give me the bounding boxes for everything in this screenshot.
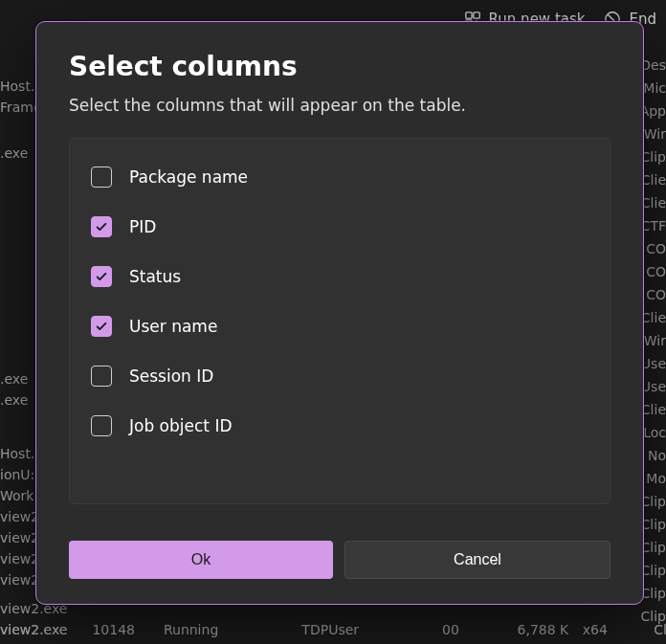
cell-session: 00 — [421, 622, 459, 637]
cell-arch: x64 — [573, 622, 621, 637]
column-option-label: Session ID — [129, 366, 213, 386]
column-options-list: Package namePIDStatusUser nameSession ID… — [69, 138, 610, 504]
bg-fragment: view2 — [0, 530, 39, 545]
bg-fragment: Loc — [643, 425, 666, 440]
bg-fragment: Clip — [641, 149, 666, 165]
bg-fragment: Clip — [641, 540, 666, 555]
bg-fragment: Use — [641, 356, 666, 371]
bg-fragment: Clie — [641, 310, 666, 325]
bg-fragment: .exe — [0, 392, 28, 408]
bg-fragment: Clip — [641, 586, 666, 601]
checkbox[interactable] — [91, 216, 112, 237]
checkbox[interactable] — [91, 316, 112, 337]
bg-fragment: CO — [646, 287, 666, 302]
bg-fragment: ionU: — [0, 467, 34, 482]
bg-fragment: view2 — [0, 509, 39, 524]
dialog-title: Select columns — [69, 51, 610, 82]
cell-pid: 10148 — [92, 622, 159, 637]
column-option-label: User name — [129, 317, 217, 336]
bg-fragment: Wir — [644, 126, 666, 142]
bg-fragment: Work — [0, 488, 33, 503]
cell-name: view2.exe — [0, 622, 88, 637]
svg-rect-0 — [465, 12, 471, 18]
bg-fragment: Wir — [644, 333, 666, 348]
bg-fragment: .exe — [0, 145, 28, 161]
bg-fragment: Clie — [641, 195, 666, 211]
bg-fragment: Use — [641, 379, 666, 394]
table-row[interactable]: view2.exe 10148 Running TDPUser 00 6,788… — [0, 622, 666, 637]
checkbox[interactable] — [91, 415, 112, 436]
bg-fragment: Mo — [646, 471, 666, 486]
dialog-description: Select the columns that will appear on t… — [69, 96, 610, 115]
column-option-label: Job object ID — [129, 416, 233, 435]
checkbox[interactable] — [91, 266, 112, 287]
bg-fragment: Mic — [643, 80, 666, 96]
column-option-label: Package name — [129, 167, 248, 187]
bg-fragment: Clip — [641, 563, 666, 578]
bg-fragment: .exe — [0, 371, 28, 387]
bg-fragment: Clie — [641, 172, 666, 188]
column-option[interactable]: Session ID — [70, 351, 610, 401]
column-option[interactable]: Status — [70, 252, 610, 301]
ok-button[interactable]: Ok — [69, 541, 333, 579]
column-option[interactable]: Job object ID — [70, 401, 610, 451]
bg-fragment: view2 — [0, 572, 39, 588]
cell-user: TDPUser — [301, 622, 416, 637]
dialog-actions: Ok Cancel — [69, 541, 610, 579]
cell-desc: Clip — [625, 622, 666, 637]
checkbox[interactable] — [91, 167, 112, 188]
select-columns-dialog: Select columns Select the columns that w… — [35, 21, 644, 605]
cell-memory: 6,788 K — [463, 622, 568, 637]
bg-fragment: No — [648, 448, 666, 463]
bg-fragment: Clip — [641, 517, 666, 532]
bg-fragment: Clie — [641, 402, 666, 417]
bg-fragment: CTF — [641, 218, 666, 233]
cell-status: Running — [164, 622, 298, 637]
bg-fragment: CO — [646, 241, 666, 256]
bg-fragment: Clip — [641, 494, 666, 509]
column-option[interactable]: User name — [70, 301, 610, 351]
checkbox[interactable] — [91, 366, 112, 387]
cancel-button[interactable]: Cancel — [344, 541, 610, 579]
column-option[interactable]: Package name — [70, 152, 610, 202]
column-option-label: Status — [129, 267, 181, 286]
column-option-label: PID — [129, 217, 156, 236]
bg-fragment: Des — [640, 57, 666, 73]
bg-fragment: view2 — [0, 551, 39, 566]
bg-fragment: CO — [646, 264, 666, 279]
svg-rect-1 — [473, 12, 478, 18]
column-option[interactable]: PID — [70, 202, 610, 252]
